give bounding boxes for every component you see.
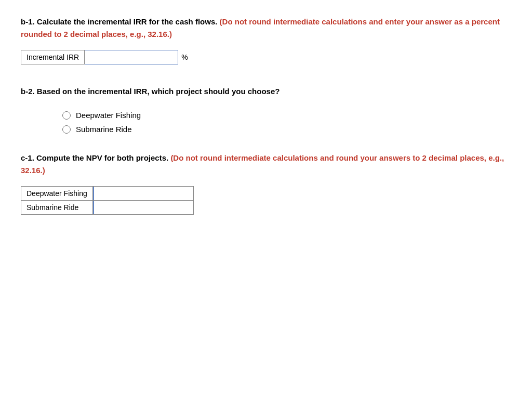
incremental-irr-input[interactable]: [85, 50, 178, 64]
b1-section: b-1. Calculate the incremental IRR for t…: [21, 16, 511, 64]
radio-deepwater-label[interactable]: Deepwater Fishing: [76, 111, 141, 120]
radio-option-submarine[interactable]: Submarine Ride: [62, 125, 511, 134]
npv-label-submarine: Submarine Ride: [21, 201, 93, 215]
radio-option-deepwater[interactable]: Deepwater Fishing: [62, 111, 511, 120]
npv-input-cell-submarine[interactable]: [92, 201, 193, 215]
c1-section: c-1. Compute the NPV for both projects. …: [21, 152, 511, 215]
npv-input-cell-deepwater[interactable]: [92, 187, 193, 201]
c1-normal-text: Compute the NPV for both projects.: [36, 153, 170, 162]
b2-section: b-2. Based on the incremental IRR, which…: [21, 85, 511, 134]
npv-label-deepwater: Deepwater Fishing: [21, 187, 93, 201]
b1-question-text: b-1. Calculate the incremental IRR for t…: [21, 16, 511, 41]
npv-table: Deepwater Fishing Submarine Ride: [21, 186, 194, 215]
npv-deepwater-input[interactable]: [93, 187, 193, 200]
b2-normal-text: Based on the incremental IRR, which proj…: [37, 87, 280, 96]
c1-label: c-1.: [21, 153, 34, 162]
radio-submarine-label[interactable]: Submarine Ride: [76, 125, 132, 134]
npv-row-deepwater: Deepwater Fishing: [21, 187, 194, 201]
b2-question-text: b-2. Based on the incremental IRR, which…: [21, 85, 511, 98]
b2-radio-group: Deepwater Fishing Submarine Ride: [62, 111, 511, 134]
c1-question-text: c-1. Compute the NPV for both projects. …: [21, 152, 511, 177]
b1-label: b-1.: [21, 17, 35, 26]
radio-deepwater-fishing[interactable]: [62, 111, 71, 120]
b1-input-row: Incremental IRR %: [21, 50, 511, 64]
percent-symbol: %: [181, 53, 188, 61]
b1-field-label: Incremental IRR: [21, 50, 85, 64]
npv-row-submarine: Submarine Ride: [21, 201, 194, 215]
npv-submarine-input[interactable]: [93, 201, 193, 214]
b1-normal-text: Calculate the incremental IRR for the ca…: [37, 17, 220, 26]
radio-submarine-ride[interactable]: [62, 125, 71, 134]
b2-label: b-2.: [21, 87, 35, 96]
